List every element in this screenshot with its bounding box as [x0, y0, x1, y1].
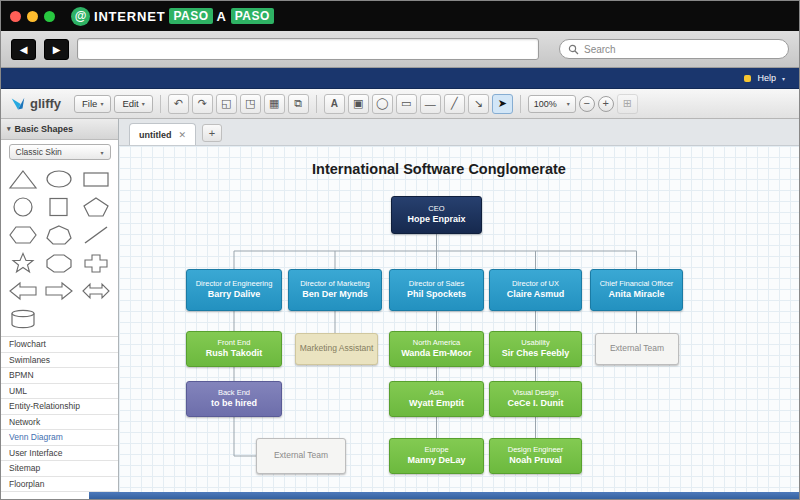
org-node-director-engineering[interactable]: Director of Engineering Barry Dalive	[186, 269, 282, 311]
org-node-design-engineer[interactable]: Design Engineer Noah Pruval	[489, 438, 582, 474]
horizontal-scrollbar[interactable]	[89, 492, 799, 499]
address-bar[interactable]	[77, 38, 539, 60]
undo-button[interactable]: ↶	[168, 94, 189, 114]
shape-cylinder[interactable]	[5, 305, 41, 332]
line-tool-button[interactable]: ╱	[444, 94, 465, 114]
search-box[interactable]	[559, 39, 789, 59]
node-name: Ben Der Mynds	[289, 290, 381, 300]
pointer-tool-button[interactable]: ➤	[492, 94, 513, 114]
zoom-in-button[interactable]: +	[598, 96, 614, 112]
shape-arrow-left[interactable]	[5, 277, 41, 304]
sidebar-item-user-interface[interactable]: User Interface	[1, 446, 118, 462]
sidebar-item-entity-relationship[interactable]: Entity-Relationship	[1, 399, 118, 415]
sidebar-item-uml[interactable]: UML	[1, 384, 118, 400]
sidebar-item-flowchart[interactable]: Flowchart	[1, 337, 118, 353]
tab-close-icon[interactable]: ✕	[179, 130, 187, 140]
node-name: CeCe I. Dunit	[490, 399, 581, 409]
sidebar-item-floorplan[interactable]: Floorplan	[1, 477, 118, 493]
org-node-back-end[interactable]: Back End to be hired	[186, 381, 282, 417]
zoom-level-select[interactable]: 100%▾	[528, 95, 576, 113]
shape-ellipse[interactable]	[41, 165, 77, 192]
shape-pentagon[interactable]	[78, 193, 114, 220]
fullscreen-button[interactable]: ◳	[240, 94, 261, 114]
redo-icon: ↷	[198, 97, 207, 110]
chevron-down-icon: ▾	[567, 100, 570, 107]
brand-word-paso2: PASO	[231, 8, 274, 24]
org-node-external-team-cfo[interactable]: External Team	[595, 333, 679, 365]
node-role: Director of Engineering	[187, 280, 281, 288]
shape-arrow-double[interactable]	[78, 277, 114, 304]
double-arrow-icon	[81, 280, 111, 302]
line-style-button[interactable]: —	[420, 94, 441, 114]
shape-square[interactable]	[41, 193, 77, 220]
redo-button[interactable]: ↷	[192, 94, 213, 114]
org-node-ceo[interactable]: CEO Hope Enpraix	[391, 196, 482, 234]
shape-octagon[interactable]	[41, 249, 77, 276]
sidebar-item-swimlanes[interactable]: Swimlanes	[1, 353, 118, 369]
shape-triangle[interactable]	[5, 165, 41, 192]
org-node-director-marketing[interactable]: Director of Marketing Ben Der Mynds	[288, 269, 382, 311]
org-node-visual-design[interactable]: Visual Design CeCe I. Dunit	[489, 381, 582, 417]
node-name: Phil Spockets	[390, 290, 483, 300]
shape-star[interactable]	[5, 249, 41, 276]
duplicate-button[interactable]: ⧉	[288, 94, 309, 114]
org-node-north-america[interactable]: North America Wanda Em-Moor	[389, 331, 484, 367]
hexagon-icon	[8, 224, 38, 246]
edit-menu[interactable]: Edit▾	[114, 95, 152, 113]
org-node-marketing-assistant[interactable]: Marketing Assistant	[295, 333, 378, 365]
shape-tool-button[interactable]: ◯	[372, 94, 393, 114]
undo-icon: ↶	[174, 97, 183, 110]
rectangle-icon	[81, 168, 111, 190]
minimize-window-button[interactable]	[27, 11, 38, 22]
sidebar-item-sitemap[interactable]: Sitemap	[1, 461, 118, 477]
fit-to-screen-icon: ◱	[221, 97, 231, 110]
node-name: External Team	[596, 344, 678, 353]
node-role: Back End	[187, 389, 281, 397]
shape-hexagon[interactable]	[5, 221, 41, 248]
back-button[interactable]: ◀	[11, 39, 36, 60]
circle-icon	[8, 196, 38, 218]
fit-to-screen-button[interactable]: ◱	[216, 94, 237, 114]
shape-circle[interactable]	[5, 193, 41, 220]
forward-button[interactable]: ▶	[44, 39, 69, 60]
tab-untitled[interactable]: untitled ✕	[129, 123, 196, 145]
skin-selector[interactable]: Classic Skin▾	[9, 144, 111, 160]
shape-heptagon[interactable]	[41, 221, 77, 248]
connector-tool-button[interactable]: ↘	[468, 94, 489, 114]
sidebar-item-network[interactable]: Network	[1, 415, 118, 431]
node-role: Europe	[390, 446, 483, 454]
grid-toggle-button[interactable]: ▦	[264, 94, 285, 114]
node-name: to be hired	[187, 399, 281, 409]
shape-arrow-right[interactable]	[41, 277, 77, 304]
shape-line[interactable]	[78, 221, 114, 248]
org-node-director-sales[interactable]: Director of Sales Phil Spockets	[389, 269, 484, 311]
fill-color-button[interactable]: ▣	[348, 94, 369, 114]
org-node-asia[interactable]: Asia Wyatt Emptit	[389, 381, 484, 417]
text-tool-button[interactable]: A	[324, 94, 345, 114]
shape-rectangle[interactable]	[78, 165, 114, 192]
org-node-director-ux[interactable]: Director of UX Claire Asmud	[489, 269, 582, 311]
org-node-external-team-backend[interactable]: External Team	[256, 438, 346, 474]
search-input[interactable]	[584, 44, 780, 55]
fill-color-icon: ▣	[353, 97, 363, 110]
org-node-cfo[interactable]: Chief Financial Officer Anita Miracle	[590, 269, 683, 311]
sidebar-item-bpmn[interactable]: BPMN	[1, 368, 118, 384]
sidebar-header[interactable]: ▾ Basic Shapes	[1, 119, 118, 140]
org-node-front-end[interactable]: Front End Rush Takodit	[186, 331, 282, 367]
collapse-icon: ▾	[7, 125, 11, 133]
text-tool-icon: A	[331, 98, 338, 109]
rect-tool-button[interactable]: ▭	[396, 94, 417, 114]
zoom-window-button[interactable]	[44, 11, 55, 22]
file-menu[interactable]: File▾	[74, 95, 111, 113]
help-menu[interactable]: Help	[757, 73, 776, 83]
shape-cross[interactable]	[78, 249, 114, 276]
new-tab-button[interactable]: +	[202, 124, 222, 142]
sidebar-item-venn-diagram[interactable]: Venn Diagram	[1, 430, 118, 446]
org-node-europe[interactable]: Europe Manny DeLay	[389, 438, 484, 474]
diagram-canvas[interactable]: International Software Conglomerate CEO …	[119, 146, 799, 499]
zoom-out-button[interactable]: −	[579, 96, 595, 112]
org-node-usability[interactable]: Usability Sir Ches Feebly	[489, 331, 582, 367]
node-name: Barry Dalive	[187, 290, 281, 300]
cylinder-icon	[8, 308, 38, 330]
close-window-button[interactable]	[10, 11, 21, 22]
